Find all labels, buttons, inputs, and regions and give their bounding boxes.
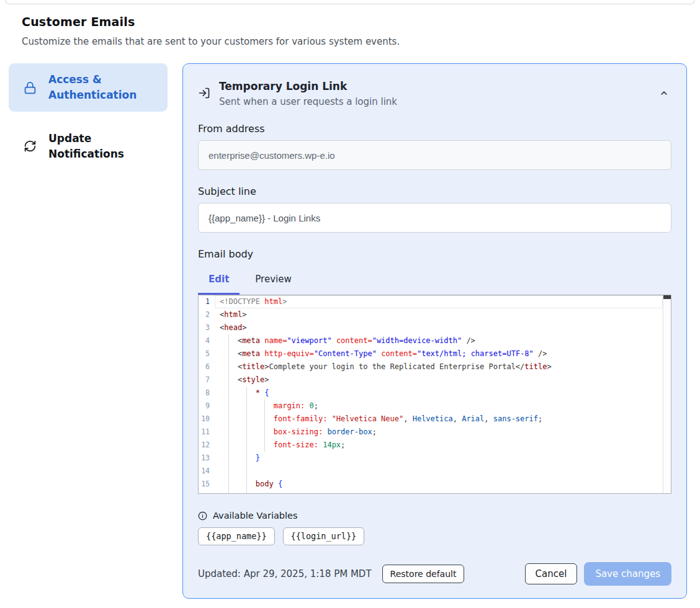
sidebar: Access & Authentication Update Notificat… [9,63,168,170]
code-line-text: font-family: "Helvetica Neue", Helvetica… [215,413,542,426]
available-variables-row: Available Variables [198,511,671,521]
code-line[interactable]: 4 <meta name="viewport" content="width=d… [199,334,671,347]
code-line[interactable]: 1<!DOCTYPE html> [199,295,671,308]
code-line[interactable]: 13 } [199,452,671,465]
info-icon [198,511,207,521]
chevron-up-icon [659,88,669,98]
code-line-text: box-sizing: border-box; [215,426,377,439]
code-line[interactable]: 11 box-sizing: border-box; [199,426,671,439]
line-number: 12 [199,439,215,452]
code-line-text: } [215,452,260,465]
code-line-text: <style> [215,373,269,387]
line-number: 14 [199,465,215,478]
panel-header: Temporary Login Link Sent when a user re… [198,80,671,107]
code-line[interactable]: 8 * { [199,387,671,400]
email-body-label: Email body [198,248,671,260]
updated-timestamp: Updated: Apr 29, 2025, 1:18 PM MDT [198,568,372,579]
line-number: 2 [199,308,215,321]
code-line-text: <head> [215,321,246,334]
code-line-text: <title>Complete your login to the Replic… [215,360,552,373]
sync-icon [24,140,37,153]
panel-title: Temporary Login Link [219,80,397,92]
code-line[interactable]: 15 body { [199,478,671,491]
code-line[interactable]: 14 [199,465,671,478]
line-number: 13 [199,452,215,465]
code-line[interactable]: 9 margin: 0; [199,400,671,413]
save-changes-button[interactable]: Save changes [584,562,671,586]
line-number: 16 [199,491,215,494]
line-number: 7 [199,373,215,387]
variable-chip-app-name[interactable]: {{app_name}} [198,527,275,545]
line-number: 5 [199,347,215,360]
code-line[interactable]: 10 font-family: "Helvetica Neue", Helvet… [199,413,671,426]
line-number: 11 [199,426,215,439]
restore-default-button[interactable]: Restore default [382,565,465,583]
panel-header-text: Temporary Login Link Sent when a user re… [219,80,397,107]
code-line-text: font-size: 14px; [215,439,345,452]
code-line[interactable]: 16 background-color: #f6f6f6; [199,491,671,494]
content-row: Access & Authentication Update Notificat… [9,63,687,599]
from-address-input[interactable] [198,140,671,170]
page-header: Customer Emails Customize the emails tha… [0,4,700,47]
code-line[interactable]: 7 <style> [199,373,671,387]
line-number: 4 [199,334,215,347]
panel-footer: Updated: Apr 29, 2025, 1:18 PM MDT Resto… [198,562,671,587]
sidebar-item-update-notifications[interactable]: Update Notifications [9,122,168,170]
available-variables-label: Available Variables [213,511,298,521]
email-body-tabs: Edit Preview [198,270,671,295]
code-line[interactable]: 5 <meta http-equiv="Content-Type" conten… [199,347,671,360]
code-editor[interactable]: 1<!DOCTYPE html>2<html>3<head>4 <meta na… [198,295,671,494]
collapse-panel-button[interactable] [657,86,671,101]
subject-line-label: Subject line [198,186,671,197]
code-line-text [215,465,220,478]
line-number: 10 [199,413,215,426]
sidebar-item-label: Update Notifications [48,131,151,161]
editor-scrollbar[interactable] [663,295,671,493]
code-line-text: <!DOCTYPE html> [215,295,287,308]
log-in-icon [198,87,210,99]
tab-preview[interactable]: Preview [245,270,302,295]
panel-subtitle: Sent when a user requests a login link [219,96,397,107]
editor-scrollbar-thumb[interactable] [663,295,671,299]
code-line[interactable]: 3<head> [199,321,671,334]
line-number: 6 [199,360,215,373]
code-line-text: margin: 0; [215,400,318,413]
code-line-text: <meta name="viewport" content="width=dev… [215,334,475,347]
temporary-login-link-panel: Temporary Login Link Sent when a user re… [182,63,687,599]
line-number: 15 [199,478,215,491]
from-address-label: From address [198,123,671,135]
line-number: 9 [199,400,215,413]
page-title: Customer Emails [22,15,678,29]
code-line-text: body { [215,478,282,491]
line-number: 3 [199,321,215,334]
code-line-text: <html> [215,308,246,321]
tab-edit[interactable]: Edit [198,270,240,295]
line-number: 1 [199,295,215,308]
sidebar-item-access-authentication[interactable]: Access & Authentication [9,63,168,112]
page-subtitle: Customize the emails that are sent to yo… [22,36,678,47]
code-line-text: * { [215,387,269,400]
line-number: 8 [199,387,215,400]
code-line[interactable]: 6 <title>Complete your login to the Repl… [199,360,671,373]
cancel-button[interactable]: Cancel [525,563,578,584]
code-lines: 1<!DOCTYPE html>2<html>3<head>4 <meta na… [199,295,671,494]
lock-icon [24,81,37,94]
code-line-text: <meta http-equiv="Content-Type" content=… [215,347,547,360]
code-line-text: background-color: #f6f6f6; [215,491,390,494]
variable-chips: {{app_name}} {{login_url}} [198,527,671,545]
sidebar-item-label: Access & Authentication [48,72,151,102]
previous-panel-bottom-edge [5,0,695,4]
subject-line-input[interactable] [198,203,671,233]
variable-chip-login-url[interactable]: {{login_url}} [283,527,365,545]
code-line[interactable]: 2<html> [199,308,671,321]
code-line[interactable]: 12 font-size: 14px; [199,439,671,452]
